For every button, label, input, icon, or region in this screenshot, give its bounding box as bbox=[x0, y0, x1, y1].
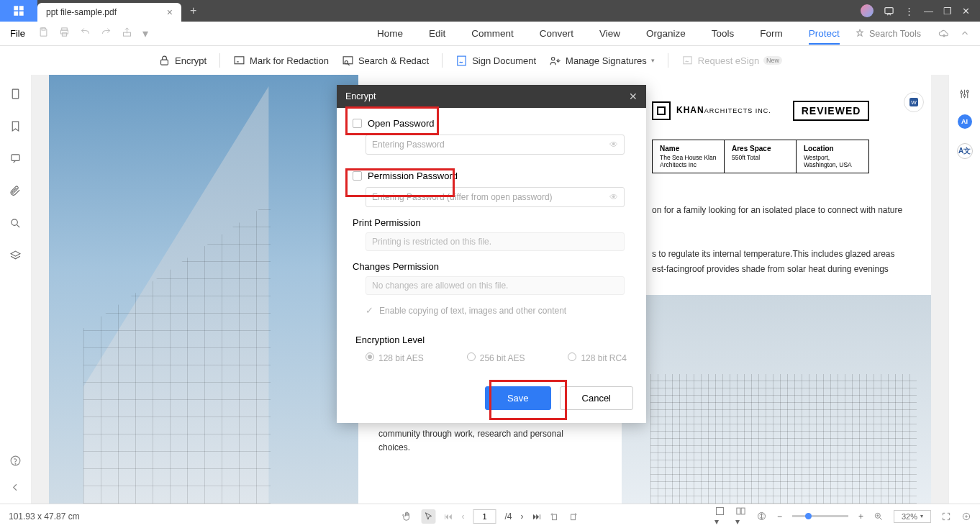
sign-document-button[interactable]: Sign Document bbox=[455, 55, 536, 67]
menu-tools[interactable]: Tools bbox=[712, 28, 735, 39]
dialog-titlebar[interactable]: Encrypt ✕ bbox=[337, 85, 646, 108]
chat-icon[interactable] bbox=[884, 6, 894, 17]
enc-option-128aes[interactable]: 128 bit AES bbox=[366, 352, 424, 363]
print-permission-select[interactable]: Printing is restricted on this file. bbox=[366, 232, 625, 251]
next-page-icon[interactable]: › bbox=[521, 511, 524, 522]
bookmark-icon[interactable] bbox=[9, 120, 22, 132]
ai-icon[interactable]: AI bbox=[958, 114, 972, 129]
search-tools-label: Search Tools bbox=[869, 29, 921, 39]
menu-home[interactable]: Home bbox=[377, 28, 403, 39]
mark-redaction-label: Mark for Redaction bbox=[250, 55, 329, 66]
search-redact-label: Search & Redact bbox=[358, 55, 429, 66]
document-tab[interactable]: ppt file-sample.pdf × bbox=[37, 3, 181, 22]
info-name-v2: Architects Inc bbox=[660, 161, 697, 168]
close-window-icon[interactable]: ✕ bbox=[962, 6, 970, 17]
attachment-icon[interactable] bbox=[9, 185, 22, 197]
open-password-input[interactable]: Entering Password 👁 bbox=[366, 135, 625, 155]
collapse-left-icon[interactable] bbox=[9, 481, 22, 493]
comment-icon[interactable] bbox=[9, 153, 22, 165]
menu-protect[interactable]: Protect bbox=[809, 28, 840, 45]
request-esign-button[interactable]: Request eSign New bbox=[681, 55, 782, 67]
first-page-icon[interactable]: ⏮ bbox=[444, 511, 453, 522]
fullscreen-icon[interactable] bbox=[941, 511, 951, 522]
enc-option-128rc4[interactable]: 128 bit RC4 bbox=[568, 352, 626, 363]
enc-opt-label-1: 256 bit AES bbox=[480, 353, 525, 363]
close-tab-icon[interactable]: × bbox=[167, 6, 173, 18]
add-tab-button[interactable]: + bbox=[181, 4, 205, 17]
search-icon[interactable] bbox=[9, 217, 22, 229]
hand-tool-icon[interactable] bbox=[401, 511, 412, 522]
collapse-ribbon-icon[interactable] bbox=[960, 28, 970, 40]
select-tool-icon[interactable] bbox=[421, 509, 435, 524]
zoom-slider[interactable] bbox=[792, 515, 848, 517]
open-password-checkbox[interactable] bbox=[353, 119, 362, 128]
enc-option-256aes[interactable]: 256 bit AES bbox=[467, 352, 525, 363]
undo-icon[interactable] bbox=[80, 27, 91, 40]
eye-icon[interactable]: 👁 bbox=[609, 192, 618, 202]
svg-point-30 bbox=[966, 515, 967, 516]
menu-organize[interactable]: Organize bbox=[646, 28, 686, 39]
svg-rect-7 bbox=[235, 56, 244, 63]
save-icon[interactable] bbox=[38, 27, 49, 40]
app-logo[interactable] bbox=[0, 0, 37, 22]
menu-view[interactable]: View bbox=[599, 28, 620, 39]
last-page-icon[interactable]: ⏭ bbox=[532, 511, 541, 522]
open-password-row[interactable]: Open Password bbox=[353, 118, 630, 129]
zoom-value-box[interactable]: 32%▾ bbox=[894, 510, 931, 523]
permission-password-input[interactable]: Entering Password (differ from open pass… bbox=[366, 187, 625, 207]
search-redact-button[interactable]: Search & Redact bbox=[342, 55, 429, 67]
permission-password-checkbox[interactable] bbox=[353, 171, 362, 181]
mark-redaction-button[interactable]: Mark for Redaction bbox=[233, 55, 329, 67]
enable-copy-row[interactable]: ✓ Enable copying of text, images and oth… bbox=[366, 305, 630, 316]
search-tools[interactable]: Search Tools bbox=[855, 29, 921, 39]
target-icon[interactable] bbox=[961, 511, 971, 522]
layers-icon[interactable] bbox=[9, 250, 22, 262]
svg-rect-10 bbox=[458, 56, 466, 65]
thumbnail-icon[interactable] bbox=[9, 88, 22, 100]
permission-password-row[interactable]: Permission Password bbox=[353, 170, 630, 181]
save-button[interactable]: Save bbox=[485, 386, 551, 410]
enc-opt-label-0: 128 bit AES bbox=[378, 353, 424, 363]
help-icon[interactable] bbox=[9, 455, 22, 467]
translate-icon[interactable]: A文 bbox=[957, 143, 973, 159]
svg-rect-4 bbox=[62, 33, 66, 36]
prev-page-icon[interactable]: ‹ bbox=[461, 511, 464, 522]
menu-convert[interactable]: Convert bbox=[540, 28, 573, 39]
zoom-fit-icon[interactable] bbox=[874, 511, 884, 522]
zoom-out-icon[interactable]: − bbox=[777, 511, 782, 522]
zoom-in-icon[interactable]: + bbox=[858, 511, 863, 522]
rotate-left-icon[interactable] bbox=[550, 511, 560, 522]
page-total: /4 bbox=[504, 511, 512, 522]
share-icon[interactable] bbox=[122, 27, 132, 40]
rotate-right-icon[interactable] bbox=[568, 511, 579, 522]
menu-edit[interactable]: Edit bbox=[429, 28, 445, 39]
word-export-float[interactable]: W bbox=[904, 92, 924, 112]
fit-width-icon[interactable]: ▾ bbox=[714, 506, 725, 527]
radio-icon bbox=[568, 352, 576, 361]
file-menu[interactable]: File bbox=[10, 28, 25, 39]
encrypt-label: Encrypt bbox=[175, 55, 207, 66]
encrypt-button[interactable]: Encrypt bbox=[158, 55, 207, 67]
cloud-icon[interactable] bbox=[938, 28, 950, 40]
maximize-icon[interactable]: ❐ bbox=[943, 6, 952, 17]
khan-subtitle: ARCHITECTS INC. bbox=[704, 107, 771, 114]
read-mode-icon[interactable]: ▾ bbox=[735, 506, 746, 527]
menu-comment[interactable]: Comment bbox=[471, 28, 514, 39]
dialog-actions: Save Cancel bbox=[337, 368, 646, 423]
menu-form[interactable]: Form bbox=[760, 28, 783, 39]
manage-signatures-button[interactable]: Manage Signatures ▾ bbox=[549, 55, 655, 67]
qat-dropdown-icon[interactable]: ▾ bbox=[142, 27, 148, 40]
doc-header: KHANARCHITECTS INC. REVIEWED bbox=[652, 101, 869, 121]
redo-icon[interactable] bbox=[101, 27, 112, 40]
scroll-mode-icon[interactable] bbox=[756, 511, 767, 522]
changes-permission-select[interactable]: No changes are allowed on this file. bbox=[366, 276, 625, 295]
cancel-button[interactable]: Cancel bbox=[560, 386, 633, 410]
eye-icon[interactable]: 👁 bbox=[609, 140, 618, 150]
settings-icon[interactable] bbox=[958, 88, 971, 100]
page-number-input[interactable] bbox=[473, 509, 496, 524]
minimize-icon[interactable]: — bbox=[924, 6, 933, 17]
print-icon[interactable] bbox=[59, 27, 70, 40]
more-icon[interactable]: ⋮ bbox=[904, 6, 914, 17]
user-avatar[interactable] bbox=[861, 4, 874, 17]
dialog-close-icon[interactable]: ✕ bbox=[629, 91, 638, 102]
